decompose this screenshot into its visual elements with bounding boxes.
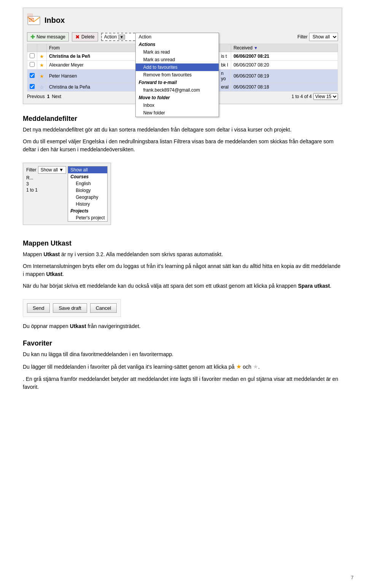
section-favoriter-para1: Du kan nu lägga till dina favoritmeddela… [23,350,342,358]
filter-section-projects: Projects [68,208,107,214]
prev-page[interactable]: Previous [27,94,45,99]
filter-screenshot-row: Filter Show all ▼ R... 3 1 to 1 Show all… [26,166,108,222]
view-count-select[interactable]: View 15 [313,93,338,100]
inbox-title: Inbox [44,16,65,25]
menu-action-header: Action [136,33,219,41]
menu-item-move-inbox[interactable]: Inbox [136,101,219,109]
filter-option-history[interactable]: History [68,201,107,208]
col-received: Received ▼ [231,44,338,52]
svg-text:✉: ✉ [29,16,34,24]
star-icon[interactable]: ★ [40,73,44,79]
sort-arrow-icon: ▼ [254,46,258,50]
filter-option-biology[interactable]: Biology [68,187,107,194]
send-button[interactable]: Send [27,303,50,313]
filter-option-english[interactable]: English [68,180,107,187]
current-page[interactable]: 1 [47,94,50,99]
action-dropdown-wrapper: Action ▼ Action Actions Mark as read Mar… [101,33,139,41]
menu-item-move-new-folder[interactable]: New folder [136,109,219,117]
filter-screenshot: Filter Show all ▼ R... 3 1 to 1 Show all… [23,163,111,225]
menu-item-remove-favourites[interactable]: Remove from favourites [136,71,219,79]
section-utkast-para3: När du har börjat skriva ett meddelande … [23,282,342,290]
view-select: 1 to 4 of 4 View 15 [292,93,338,100]
col-extra [219,44,231,52]
menu-item-add-favourites[interactable]: Add to favourites [136,63,219,71]
filter-option-show-all[interactable]: Show all [68,166,107,173]
col-checkbox [27,44,37,52]
dropdown-arrow-icon: ▼ [118,35,125,40]
menu-actions-title: Actions [136,41,219,48]
inbox-toolbar: ✚ New message ✖ Delete Action ▼ Action A… [27,32,338,41]
section-meddelandefilter-para2: Om du till exempel väljer Engelska i den… [23,138,342,154]
cancel-button[interactable]: Cancel [90,303,117,313]
filter-select[interactable]: Show all [309,33,338,41]
buttons-screenshot: Send Save draft Cancel [23,299,121,317]
inbox-screenshot: ✉ Inbox ✚ New message ✖ Delete Action ▼ … [23,8,342,104]
menu-item-mark-unread[interactable]: Mark as unread [136,56,219,63]
section-favoriter-para2: Du lägger till meddelanden i favoriter p… [23,362,342,371]
star-icon[interactable]: ★ [40,62,44,68]
new-message-icon: ✚ [30,34,35,40]
section-favoriter-para3: . En grå stjärna framför meddelandet bet… [23,375,342,391]
col-star [37,44,47,52]
section-after-buttons: Du öppnar mappen Utkast från navigerings… [23,322,342,330]
next-page[interactable]: Next [52,94,61,99]
row-checkbox[interactable] [30,73,35,78]
pagination: Previous 1 Next [27,94,61,99]
filter-area: Filter Show all [297,33,338,41]
row-checkbox[interactable] [30,84,35,89]
delete-button[interactable]: ✖ Delete [72,32,98,41]
action-dropdown-menu: Action Actions Mark as read Mark as unre… [135,33,219,117]
menu-item-forward-email[interactable]: frank.beck8974@gmail.com [136,86,219,94]
delete-icon: ✖ [75,34,80,40]
filter-dropdown-box: Show all Courses English Biology Geograp… [68,166,107,222]
filter-value-box[interactable]: Show all ▼ [38,166,67,174]
star-empty-icon[interactable]: ☆ [40,84,44,90]
section-utkast-heading: Mappen Utkast [23,239,342,247]
row-checkbox[interactable] [30,53,35,58]
new-message-button[interactable]: ✚ New message [27,32,69,41]
section-utkast-para1: Mappen Utkast är ny i version 3.2. Alla … [23,250,342,258]
menu-forward-title: Forward to e-mail [136,79,219,86]
filter-option-geography[interactable]: Geography [68,194,107,201]
row-checkbox[interactable] [30,62,35,67]
menu-item-mark-read[interactable]: Mark as read [136,48,219,56]
section-favoriter-heading: Favoriter [23,339,342,347]
star-outline-icon: ★ [253,363,258,370]
star-filled-icon: ★ [236,363,241,370]
star-icon[interactable]: ★ [40,54,44,59]
save-draft-button[interactable]: Save draft [53,303,87,313]
filter-option-peters-project[interactable]: Peter's project [68,214,107,221]
filter-section-courses: Courses [68,173,107,180]
inbox-icon: ✉ [27,13,41,27]
action-dropdown[interactable]: Action ▼ [101,33,139,41]
section-meddelandefilter-para1: Det nya meddelandefiltret gör att du kan… [23,126,342,134]
menu-move-title: Move to folder [136,94,219,101]
inbox-header: ✉ Inbox [27,12,338,29]
section-utkast-para2: Om Internetanslutningen bryts eller om d… [23,262,342,278]
